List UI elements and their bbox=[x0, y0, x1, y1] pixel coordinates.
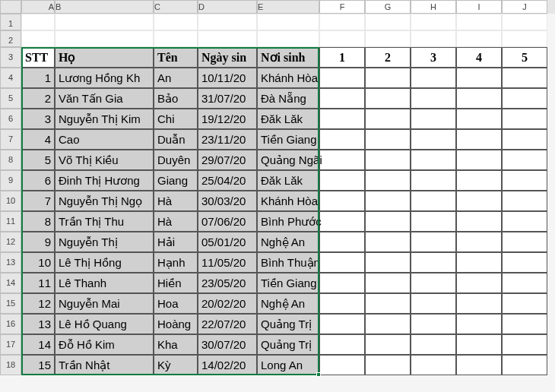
cell-C15[interactable]: Hoa bbox=[154, 293, 198, 314]
cell-D3[interactable]: Ngày sin bbox=[198, 47, 257, 68]
cell-E3[interactable]: Nơi sinh bbox=[257, 47, 319, 68]
cell-J13[interactable] bbox=[502, 252, 547, 273]
cell-G10[interactable] bbox=[365, 191, 411, 211]
cell-F2[interactable] bbox=[319, 30, 365, 47]
cell-E12[interactable]: Nghệ An bbox=[257, 232, 319, 252]
cell-E6[interactable]: Đăk Lăk bbox=[257, 109, 319, 129]
row-header-10[interactable]: 10 bbox=[0, 191, 21, 211]
cell-C12[interactable]: Hải bbox=[154, 232, 198, 252]
cell-H15[interactable] bbox=[411, 293, 456, 314]
cell-I7[interactable] bbox=[456, 129, 502, 150]
cell-H16[interactable] bbox=[411, 314, 456, 334]
cell-B2[interactable] bbox=[55, 30, 154, 47]
cell-C7[interactable]: Duẫn bbox=[154, 129, 198, 150]
cell-E8[interactable]: Quảng Ngãi bbox=[257, 150, 319, 170]
col-header-G[interactable]: G bbox=[365, 0, 411, 14]
cell-B5[interactable]: Văn Tấn Gia bbox=[55, 88, 154, 109]
cell-B1[interactable] bbox=[55, 14, 154, 30]
cell-H7[interactable] bbox=[411, 129, 456, 150]
cell-H5[interactable] bbox=[411, 88, 456, 109]
cell-C5[interactable]: Bảo bbox=[154, 88, 198, 109]
cell-H4[interactable] bbox=[411, 68, 456, 88]
cell-I4[interactable] bbox=[456, 68, 502, 88]
row-header-13[interactable]: 13 bbox=[0, 252, 21, 273]
cell-G17[interactable] bbox=[365, 334, 411, 355]
row-header-7[interactable]: 7 bbox=[0, 129, 21, 150]
row-header-9[interactable]: 9 bbox=[0, 170, 21, 191]
cell-J15[interactable] bbox=[502, 293, 547, 314]
cell-I10[interactable] bbox=[456, 191, 502, 211]
cell-D7[interactable]: 23/11/20 bbox=[198, 129, 257, 150]
row-header-17[interactable]: 17 bbox=[0, 334, 21, 355]
select-all-corner[interactable] bbox=[0, 0, 21, 14]
col-header-A[interactable]: A bbox=[21, 0, 55, 14]
cell-J14[interactable] bbox=[502, 273, 547, 293]
cell-A16[interactable]: 13 bbox=[21, 314, 55, 334]
row-header-6[interactable]: 6 bbox=[0, 109, 21, 129]
cell-C8[interactable]: Duyên bbox=[154, 150, 198, 170]
cell-H12[interactable] bbox=[411, 232, 456, 252]
cell-F6[interactable] bbox=[319, 109, 365, 129]
row-header-18[interactable]: 18 bbox=[0, 355, 21, 375]
cell-B17[interactable]: Đỗ Hồ Kim bbox=[55, 334, 154, 355]
cell-I17[interactable] bbox=[456, 334, 502, 355]
cell-J5[interactable] bbox=[502, 88, 547, 109]
cell-A18[interactable]: 15 bbox=[21, 355, 55, 375]
cell-C13[interactable]: Hạnh bbox=[154, 252, 198, 273]
col-header-D[interactable]: D bbox=[198, 0, 257, 14]
cell-I12[interactable] bbox=[456, 232, 502, 252]
cell-A17[interactable]: 14 bbox=[21, 334, 55, 355]
cell-H1[interactable] bbox=[411, 14, 456, 30]
cell-E5[interactable]: Đà Nẵng bbox=[257, 88, 319, 109]
cell-I14[interactable] bbox=[456, 273, 502, 293]
cell-C9[interactable]: Giang bbox=[154, 170, 198, 191]
cell-G4[interactable] bbox=[365, 68, 411, 88]
cell-I18[interactable] bbox=[456, 355, 502, 375]
cell-F15[interactable] bbox=[319, 293, 365, 314]
cell-C11[interactable]: Hà bbox=[154, 211, 198, 232]
cell-D12[interactable]: 05/01/20 bbox=[198, 232, 257, 252]
cell-I1[interactable] bbox=[456, 14, 502, 30]
cell-J4[interactable] bbox=[502, 68, 547, 88]
cell-D5[interactable]: 31/07/20 bbox=[198, 88, 257, 109]
cell-C16[interactable]: Hoàng bbox=[154, 314, 198, 334]
cell-G5[interactable] bbox=[365, 88, 411, 109]
row-header-16[interactable]: 16 bbox=[0, 314, 21, 334]
cell-D14[interactable]: 23/05/20 bbox=[198, 273, 257, 293]
cell-I8[interactable] bbox=[456, 150, 502, 170]
cell-D13[interactable]: 11/05/20 bbox=[198, 252, 257, 273]
cell-F11[interactable] bbox=[319, 211, 365, 232]
cell-B15[interactable]: Nguyễn Mai bbox=[55, 293, 154, 314]
cell-F12[interactable] bbox=[319, 232, 365, 252]
cell-F16[interactable] bbox=[319, 314, 365, 334]
cell-C14[interactable]: Hiền bbox=[154, 273, 198, 293]
cell-G3[interactable]: 2 bbox=[365, 47, 411, 68]
cell-H13[interactable] bbox=[411, 252, 456, 273]
cell-C1[interactable] bbox=[154, 14, 198, 30]
cell-F7[interactable] bbox=[319, 129, 365, 150]
cell-F9[interactable] bbox=[319, 170, 365, 191]
row-header-11[interactable]: 11 bbox=[0, 211, 21, 232]
cell-F13[interactable] bbox=[319, 252, 365, 273]
cell-D1[interactable] bbox=[198, 14, 257, 30]
cell-E17[interactable]: Quảng Trị bbox=[257, 334, 319, 355]
cell-B10[interactable]: Nguyễn Thị Ngọ bbox=[55, 191, 154, 211]
cell-A5[interactable]: 2 bbox=[21, 88, 55, 109]
cell-H8[interactable] bbox=[411, 150, 456, 170]
col-header-I[interactable]: I bbox=[456, 0, 502, 14]
cell-J1[interactable] bbox=[502, 14, 547, 30]
cell-E1[interactable] bbox=[257, 14, 319, 30]
cell-D18[interactable]: 14/02/20 bbox=[198, 355, 257, 375]
cell-A8[interactable]: 5 bbox=[21, 150, 55, 170]
row-header-5[interactable]: 5 bbox=[0, 88, 21, 109]
cell-B8[interactable]: Võ Thị Kiều bbox=[55, 150, 154, 170]
cell-B13[interactable]: Lê Thị Hồng bbox=[55, 252, 154, 273]
cell-F1[interactable] bbox=[319, 14, 365, 30]
row-header-15[interactable]: 15 bbox=[0, 293, 21, 314]
row-header-4[interactable]: 4 bbox=[0, 68, 21, 88]
cell-C2[interactable] bbox=[154, 30, 198, 47]
row-header-12[interactable]: 12 bbox=[0, 232, 21, 252]
cell-G9[interactable] bbox=[365, 170, 411, 191]
cell-E10[interactable]: Khánh Hòa bbox=[257, 191, 319, 211]
cell-I13[interactable] bbox=[456, 252, 502, 273]
